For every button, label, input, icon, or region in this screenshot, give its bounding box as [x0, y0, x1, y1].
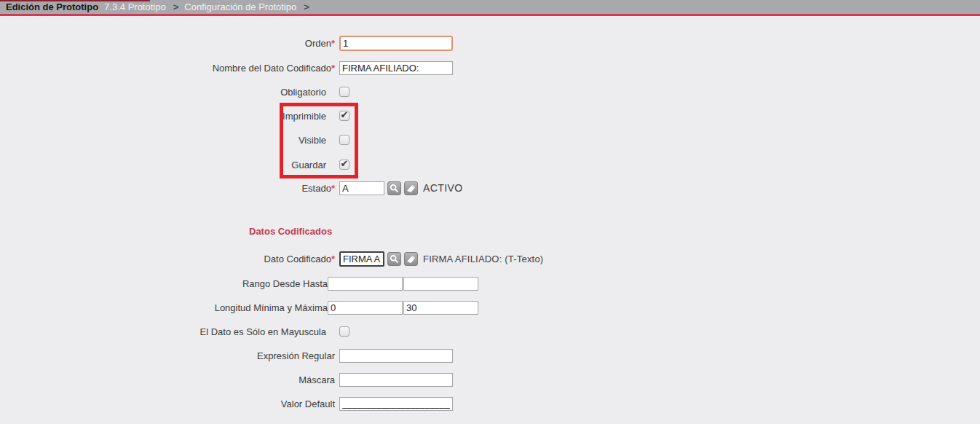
valor-default-label: Valor Default — [0, 399, 335, 409]
orden-label: Orden* — [0, 38, 335, 49]
form-row-mayuscula: El Dato es Sólo en Mayuscula — [0, 323, 980, 339]
estado-input[interactable] — [339, 181, 384, 195]
expresion-regular-input[interactable] — [339, 349, 453, 363]
nombre-dato-input[interactable] — [339, 61, 453, 75]
imprimible-checkbox[interactable]: ✔ — [339, 111, 349, 121]
imprimible-label: Imprimible — [0, 111, 326, 122]
breadcrumb-item-prototipo[interactable]: 7.3.4 Prototipo — [104, 1, 166, 12]
breadcrumb-separator-2: > — [304, 1, 309, 12]
form-area: Orden* Nombre del Dato Codificado* Oblig… — [0, 16, 980, 424]
form-row-guardar: Guardar ✔ — [0, 157, 980, 173]
orden-input[interactable] — [339, 36, 453, 51]
required-asterisk: * — [331, 183, 335, 194]
form-row-imprimible: Imprimible ✔ — [0, 108, 980, 124]
nombre-dato-label: Nombre del Dato Codificado* — [0, 63, 335, 74]
expresion-regular-label: Expresión Regular — [0, 350, 335, 361]
search-icon — [390, 254, 399, 264]
required-asterisk: * — [331, 38, 335, 49]
header-bar: Edición de Prototipo 7.3.4 Prototipo > C… — [0, 0, 980, 14]
form-row-expresion-regular: Expresión Regular — [0, 348, 980, 364]
eraser-icon — [406, 184, 416, 193]
visible-label: Visible — [0, 135, 326, 146]
dato-codificado-search-button[interactable] — [387, 252, 401, 266]
rango-hasta-input[interactable] — [403, 277, 478, 291]
required-asterisk: * — [331, 63, 335, 74]
form-row-mascara: Máscara — [0, 372, 980, 388]
dato-codificado-clear-button[interactable] — [404, 252, 418, 266]
eraser-icon — [406, 254, 416, 264]
mayuscula-label: El Dato es Sólo en Mayuscula — [0, 326, 326, 337]
section-title-datos-codificados: Datos Codificados — [249, 226, 332, 237]
page: Edición de Prototipo 7.3.4 Prototipo > C… — [0, 0, 980, 424]
estado-search-button[interactable] — [387, 181, 401, 195]
required-asterisk: * — [331, 254, 335, 264]
form-row-valor-default: Valor Default — [0, 396, 980, 412]
breadcrumb-item-configuracion[interactable]: Configuración de Prototipo — [184, 1, 296, 12]
estado-clear-button[interactable] — [404, 181, 418, 195]
mayuscula-checkbox[interactable] — [339, 326, 349, 337]
header-top-accent — [0, 0, 150, 1]
form-row-orden: Orden* — [0, 35, 980, 51]
dato-codificado-label: Dato Codificado* — [0, 254, 335, 264]
form-row-nombre-dato: Nombre del Dato Codificado* — [0, 60, 980, 76]
search-icon — [390, 184, 399, 193]
breadcrumb-separator-1: > — [173, 1, 179, 12]
estado-status-text: ACTIVO — [423, 182, 463, 194]
form-row-longitud: Longitud Mínima y Máxima — [0, 299, 980, 315]
page-title: Edición de Prototipo — [6, 1, 98, 12]
form-row-obligatorio: Obligatorio — [0, 84, 980, 100]
mascara-label: Máscara — [0, 374, 335, 385]
obligatorio-checkbox[interactable] — [339, 87, 349, 97]
estado-label: Estado* — [0, 183, 335, 194]
longitud-minima-input[interactable] — [328, 301, 403, 315]
rango-label: Rango Desde Hasta — [0, 278, 328, 289]
form-row-visible: Visible — [0, 132, 980, 148]
longitud-label: Longitud Mínima y Máxima — [0, 302, 328, 313]
obligatorio-label: Obligatorio — [0, 87, 326, 98]
longitud-maxima-input[interactable] — [403, 301, 478, 315]
valor-default-input[interactable] — [339, 397, 453, 411]
form-row-dato-codificado: Dato Codificado* FIRMA AFILIADO: (T-Text… — [0, 251, 980, 267]
dato-codificado-input[interactable] — [339, 251, 384, 267]
guardar-label: Guardar — [0, 160, 326, 170]
form-row-estado: Estado* ACTIVO — [0, 180, 980, 196]
mascara-input[interactable] — [339, 373, 453, 387]
dato-codificado-detail-text: FIRMA AFILIADO: (T-Texto) — [423, 254, 543, 264]
form-row-rango: Rango Desde Hasta — [0, 275, 980, 291]
guardar-checkbox[interactable]: ✔ — [339, 160, 349, 170]
visible-checkbox[interactable] — [339, 135, 349, 145]
rango-desde-input[interactable] — [328, 277, 403, 291]
